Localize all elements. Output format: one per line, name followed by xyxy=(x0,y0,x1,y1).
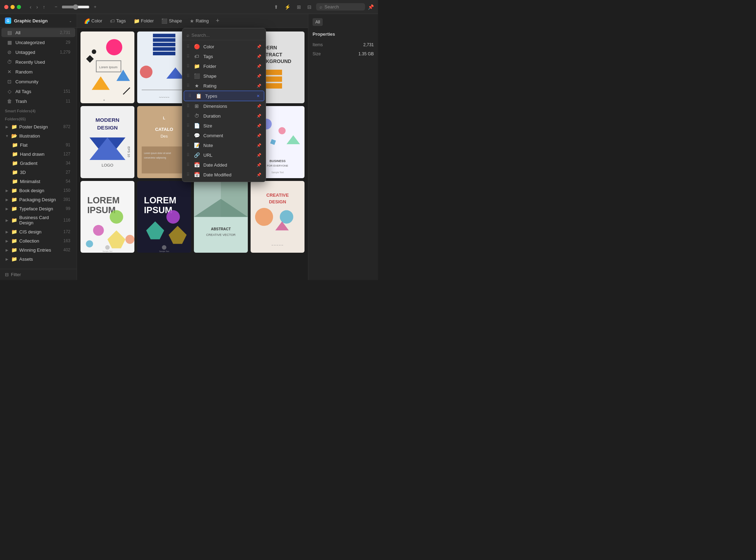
folder-winning-entries[interactable]: ▶ 📁 Winning Entries 402 xyxy=(1,246,75,254)
dropdown-item-folder[interactable]: ⠿ 📁 Folder 📌 xyxy=(182,61,266,71)
pin-icon[interactable]: 📌 xyxy=(257,114,261,118)
recently-used-icon: ⏱ xyxy=(6,59,13,65)
maximize-button[interactable] xyxy=(17,5,21,9)
pin-icon[interactable]: 📌 xyxy=(257,124,261,128)
dropdown-item-shape[interactable]: ⠿ ⬛ Shape 📌 xyxy=(182,71,266,81)
filter-color-button[interactable]: 🌈 Color xyxy=(81,17,105,25)
sidebar-item-community[interactable]: ⊡ Community xyxy=(1,77,75,86)
folder-typeface-design[interactable]: ▶ 📁 Typeface Design 99 xyxy=(1,204,75,213)
sidebar-item-all[interactable]: ▤ All 2,731 xyxy=(1,28,75,37)
dropdown-item-note[interactable]: ⠿ 📝 Note 📌 xyxy=(182,140,266,150)
close-button[interactable] xyxy=(4,5,8,9)
svg-text:FOR EVERYONE: FOR EVERYONE xyxy=(267,164,288,168)
tab-all[interactable]: All xyxy=(313,18,323,26)
search-label[interactable]: Search xyxy=(324,4,339,9)
sidebar-item-random[interactable]: ✕ Random xyxy=(1,67,75,76)
sidebar-item-recently-used[interactable]: ⏱ Recently Used xyxy=(1,57,75,66)
svg-point-79 xyxy=(255,208,273,226)
dropdown-item-size[interactable]: ⠿ 📄 Size 📌 xyxy=(182,121,266,131)
dropdown-search-input[interactable] xyxy=(191,33,261,38)
folder-business-card-design[interactable]: ▶ 📁 Business Card Design 116 xyxy=(1,214,75,227)
nav-back-button[interactable]: ‹ xyxy=(28,4,33,10)
filter-folder-button[interactable]: 📁 Folder xyxy=(131,17,157,25)
pin-icon[interactable]: 📌 xyxy=(257,153,261,158)
bolt-icon-button[interactable]: ⚡ xyxy=(283,4,292,10)
svg-text:Des: Des xyxy=(161,134,168,138)
search-icon: ⌕ xyxy=(187,33,189,38)
filter-icon-button[interactable]: ⊟ xyxy=(306,4,313,10)
folder-cis-design[interactable]: ▶ 📁 CIS design 172 xyxy=(1,227,75,236)
sidebar-item-uncategorized[interactable]: ▦ Uncategorized 29 xyxy=(1,38,75,47)
pin-icon[interactable]: 📌 xyxy=(257,74,261,78)
dropdown-item-dimensions[interactable]: ⠿ ⊞ Dimensions 📌 xyxy=(182,101,266,111)
dropdown-item-date-modified[interactable]: ⠿ 📅 Date Modified 📌 xyxy=(182,170,266,180)
zoom-slider[interactable] xyxy=(62,4,90,10)
folder-icon: 📁 xyxy=(11,217,17,223)
filter-tags-button[interactable]: 🏷 Tags xyxy=(107,17,128,25)
pin-icon[interactable]: ✕ xyxy=(257,94,260,98)
dropdown-item-comment[interactable]: ⠿ 💬 Comment 📌 xyxy=(182,131,266,140)
folder-minimalist[interactable]: 📁 Minimalist 54 xyxy=(1,177,75,186)
pin-icon[interactable]: 📌 xyxy=(257,54,261,59)
grid-item-11[interactable]: ABSTRACT CREATIVE VECTOR xyxy=(194,181,248,253)
folder-hand-drawn[interactable]: 📁 Hand drawn 127 xyxy=(1,150,75,158)
folder-icon: 📁 xyxy=(11,124,17,130)
comment-icon: 💬 xyxy=(194,133,200,138)
folder-collection[interactable]: ▶ 📁 Collection 163 xyxy=(1,237,75,245)
folder-packaging-design[interactable]: ▶ 📁 Packaging Design 391 xyxy=(1,195,75,204)
folder-3d[interactable]: 📁 3D 27 xyxy=(1,168,75,176)
folder-book-design[interactable]: ▶ 📁 Book design 150 xyxy=(1,186,75,195)
zoom-out-button[interactable]: − xyxy=(52,4,59,10)
dropdown-item-date-added[interactable]: ⠿ 📅 Date Added 📌 xyxy=(182,160,266,170)
dropdown-item-color[interactable]: ⠿ 🔴 Color 📌 xyxy=(182,42,266,51)
grid-item-12[interactable]: CREATIVE DESIGN ∼∼∼∼∼ xyxy=(251,181,304,253)
folder-assets[interactable]: ▶ 📁 Assets xyxy=(1,255,75,263)
pin-icon[interactable]: 📌 xyxy=(257,143,261,148)
dropdown-item-url[interactable]: ⠿ 🔗 URL 📌 xyxy=(182,150,266,160)
grid-item-1[interactable]: Lorem Ipsum ✦ xyxy=(80,31,134,103)
svg-marker-60 xyxy=(107,230,125,248)
pin-icon[interactable]: 📌 xyxy=(257,104,261,108)
svg-text:Sample Text: Sample Text xyxy=(159,250,169,252)
drag-handle-icon: ⠿ xyxy=(187,123,190,128)
grid-item-9[interactable]: LOREM IPSUM Sample Text xyxy=(80,181,134,253)
add-filter-button[interactable]: + xyxy=(214,16,222,25)
pin-icon[interactable]: 📌 xyxy=(257,84,261,88)
filter-shape-button[interactable]: ⬛ Shape xyxy=(159,17,185,25)
share-icon-button[interactable]: ⬆ xyxy=(272,4,280,10)
folder-gradient[interactable]: 📁 Gradient 34 xyxy=(1,159,75,167)
pin-button[interactable]: 📌 xyxy=(368,4,374,10)
folder-illustration[interactable]: ▼ 📂 Illustration xyxy=(1,132,75,140)
zoom-in-button[interactable]: + xyxy=(92,4,99,10)
folder-poster-design[interactable]: ▶ 📁 Poster Design 872 xyxy=(1,122,75,131)
nav-forward-button[interactable]: › xyxy=(35,4,40,10)
nav-up-button[interactable]: ↑ xyxy=(41,4,47,10)
pin-icon[interactable]: 📌 xyxy=(257,133,261,138)
dropdown-item-rating[interactable]: ⠿ ★ Rating 📌 xyxy=(182,81,266,91)
folder-icon: 📁 xyxy=(11,256,17,262)
svg-text:DESIGN: DESIGN xyxy=(97,125,118,131)
grid-item-5[interactable]: MODERN DESIGN LOGO EPS 10 xyxy=(80,106,134,178)
dropdown-item-tags[interactable]: ⠿ 🏷 Tags 📌 xyxy=(182,51,266,61)
sidebar-item-untagged[interactable]: ⊘ Untagged 1,279 xyxy=(1,48,75,57)
sidebar-item-all-tags[interactable]: ◇ All Tags 151 xyxy=(1,87,75,96)
dropdown-item-duration[interactable]: ⠿ ⏱ Duration 📌 xyxy=(182,111,266,121)
chevron-down-icon: ⌄ xyxy=(69,19,72,23)
pin-icon[interactable]: 📌 xyxy=(257,163,261,167)
folder-icon: 📁 xyxy=(11,247,17,253)
filter-rating-button[interactable]: ★ Rating xyxy=(187,17,212,25)
filter-button[interactable]: ⊟ Filter xyxy=(5,272,21,277)
pin-icon[interactable]: 📌 xyxy=(257,44,261,49)
all-icon: ▤ xyxy=(6,30,13,35)
grid-item-10[interactable]: LOREM IPSUM Sample Text xyxy=(137,181,191,253)
svg-rect-5 xyxy=(86,55,94,63)
pin-icon[interactable]: 📌 xyxy=(257,64,261,69)
sidebar-item-trash[interactable]: 🗑 Trash 11 xyxy=(1,97,75,106)
items-value: 2,731 xyxy=(363,42,374,47)
folder-flat[interactable]: 📁 Flat 91 xyxy=(1,141,75,149)
grid-icon-button[interactable]: ⊞ xyxy=(295,4,303,10)
dropdown-item-types[interactable]: ⠿ 📋 Types ✕ xyxy=(184,91,264,101)
app-logo: G xyxy=(5,18,11,24)
pin-icon[interactable]: 📌 xyxy=(257,173,261,177)
minimize-button[interactable] xyxy=(10,5,15,9)
